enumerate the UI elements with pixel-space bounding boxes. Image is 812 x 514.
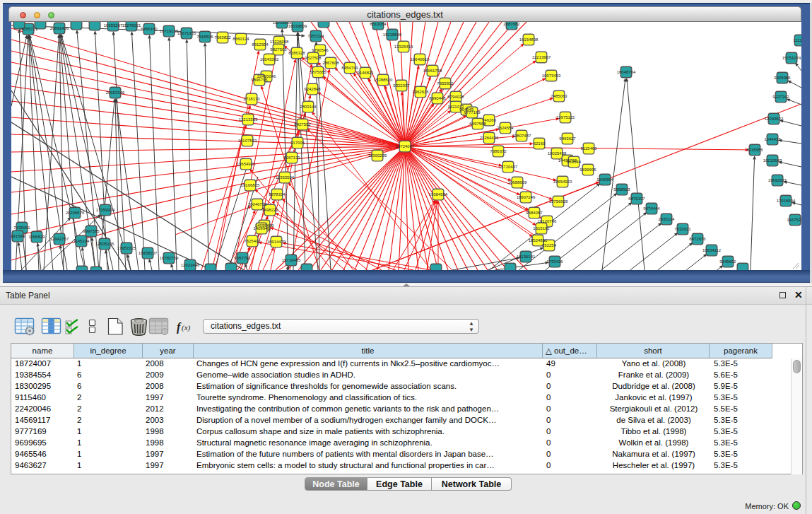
svg-text:9474444: 9474444 bbox=[643, 206, 660, 211]
svg-text:1733426: 1733426 bbox=[546, 259, 563, 264]
svg-text:2935114: 2935114 bbox=[659, 217, 676, 221]
svg-text:11353594: 11353594 bbox=[276, 175, 295, 180]
svg-text:1244413: 1244413 bbox=[764, 137, 781, 141]
svg-text:15751074: 15751074 bbox=[782, 56, 801, 60]
svg-text:917006: 917006 bbox=[290, 141, 305, 145]
svg-text:21364436: 21364436 bbox=[480, 136, 499, 140]
svg-text:10653267: 10653267 bbox=[104, 23, 123, 28]
svg-text:10688609: 10688609 bbox=[508, 180, 527, 185]
svg-text:2803144: 2803144 bbox=[300, 105, 317, 109]
svg-text:12093822: 12093822 bbox=[765, 117, 784, 121]
svg-text:18907249: 18907249 bbox=[517, 195, 536, 199]
svg-text:1156829: 1156829 bbox=[29, 235, 46, 239]
svg-text:1362615: 1362615 bbox=[412, 90, 429, 94]
svg-text:17016504: 17016504 bbox=[777, 199, 796, 203]
svg-text:9527508: 9527508 bbox=[305, 56, 322, 60]
svg-text:13325419: 13325419 bbox=[394, 45, 413, 49]
svg-text:252254: 252254 bbox=[542, 243, 557, 247]
svg-text:9329966: 9329966 bbox=[774, 76, 791, 80]
svg-text:15388520: 15388520 bbox=[374, 78, 393, 82]
svg-text:1640954: 1640954 bbox=[596, 177, 613, 182]
svg-text:20206576: 20206576 bbox=[66, 211, 85, 215]
svg-text:10958107: 10958107 bbox=[139, 251, 158, 255]
svg-text:5875685: 5875685 bbox=[310, 70, 326, 74]
svg-text:7386372: 7386372 bbox=[490, 149, 507, 153]
svg-text:2718170: 2718170 bbox=[243, 97, 260, 101]
svg-text:6794028: 6794028 bbox=[447, 95, 464, 99]
svg-text:8912954: 8912954 bbox=[252, 42, 269, 47]
svg-text:9115460: 9115460 bbox=[581, 146, 598, 151]
svg-text:17957225: 17957225 bbox=[117, 246, 136, 250]
svg-text:7625402: 7625402 bbox=[244, 239, 261, 243]
svg-text:16154808: 16154808 bbox=[519, 37, 539, 42]
svg-text:9997585: 9997585 bbox=[83, 229, 100, 233]
svg-text:6466160: 6466160 bbox=[141, 27, 158, 31]
svg-text:7357224: 7357224 bbox=[307, 34, 324, 38]
svg-text:1409949: 1409949 bbox=[253, 226, 270, 230]
svg-text:10543362: 10543362 bbox=[260, 57, 279, 62]
svg-text:12975115: 12975115 bbox=[556, 115, 575, 119]
svg-text:16671355: 16671355 bbox=[177, 31, 196, 35]
svg-text:9463627: 9463627 bbox=[559, 136, 576, 141]
svg-text:13226058: 13226058 bbox=[270, 40, 289, 44]
svg-text:9684067: 9684067 bbox=[526, 211, 543, 215]
svg-text:8454749: 8454749 bbox=[341, 66, 358, 70]
svg-text:6879197: 6879197 bbox=[628, 197, 645, 201]
svg-text:9896795: 9896795 bbox=[251, 78, 268, 82]
svg-text:12213369: 12213369 bbox=[239, 117, 258, 122]
svg-text:16914479: 16914479 bbox=[267, 240, 286, 244]
svg-text:f: f bbox=[177, 321, 182, 334]
svg-text:1167533: 1167533 bbox=[787, 218, 801, 222]
svg-text:16782759: 16782759 bbox=[160, 256, 179, 260]
svg-text:1615192: 1615192 bbox=[533, 226, 550, 230]
svg-text:19692971: 19692971 bbox=[768, 178, 787, 182]
svg-text:7435061: 7435061 bbox=[13, 226, 30, 230]
svg-text:964544: 964544 bbox=[567, 160, 582, 164]
svg-text:9827503: 9827503 bbox=[270, 47, 287, 52]
svg-text:10719155: 10719155 bbox=[160, 29, 179, 33]
svg-text:111245: 111245 bbox=[793, 38, 801, 42]
svg-text:9790546: 9790546 bbox=[312, 48, 329, 52]
svg-text:19654923: 19654923 bbox=[553, 180, 572, 184]
svg-text:16033809: 16033809 bbox=[288, 24, 307, 28]
svg-text:16136141: 16136141 bbox=[517, 255, 536, 259]
svg-text:7632621: 7632621 bbox=[674, 227, 691, 231]
svg-text:7955812: 7955812 bbox=[437, 81, 454, 86]
svg-text:3624554: 3624554 bbox=[497, 126, 514, 130]
svg-text:16640910: 16640910 bbox=[411, 57, 430, 62]
svg-text:8990448: 8990448 bbox=[429, 96, 446, 100]
svg-text:2867608: 2867608 bbox=[322, 61, 339, 65]
svg-text:19166825: 19166825 bbox=[241, 183, 260, 187]
svg-text:9699695: 9699695 bbox=[579, 168, 596, 172]
svg-text:5322037: 5322037 bbox=[393, 83, 410, 88]
svg-text:(x): (x) bbox=[182, 323, 191, 332]
svg-text:8813054: 8813054 bbox=[370, 22, 387, 26]
svg-text:8878334: 8878334 bbox=[269, 192, 286, 197]
svg-text:16107553: 16107553 bbox=[238, 139, 257, 143]
svg-text:10807487: 10807487 bbox=[512, 134, 531, 138]
svg-text:16648764: 16648764 bbox=[617, 70, 636, 74]
svg-text:17359924: 17359924 bbox=[96, 208, 115, 212]
svg-text:391593: 391593 bbox=[11, 234, 25, 238]
svg-text:12942757: 12942757 bbox=[50, 237, 69, 241]
svg-text:15720407: 15720407 bbox=[499, 165, 518, 169]
svg-text:2087682: 2087682 bbox=[503, 22, 520, 26]
svg-text:7485063: 7485063 bbox=[551, 94, 567, 98]
svg-text:9777169: 9777169 bbox=[464, 110, 481, 115]
svg-text:19756928: 19756928 bbox=[549, 199, 568, 204]
svg-text:20891406: 20891406 bbox=[50, 26, 69, 30]
svg-text:6497568: 6497568 bbox=[469, 122, 486, 126]
svg-text:9242848: 9242848 bbox=[304, 87, 321, 91]
svg-text:8215955: 8215955 bbox=[746, 148, 763, 152]
svg-text:7663822: 7663822 bbox=[214, 35, 231, 40]
svg-text:10025438: 10025438 bbox=[548, 151, 567, 156]
svg-text:8186328: 8186328 bbox=[288, 51, 305, 55]
svg-text:7515526: 7515526 bbox=[196, 35, 213, 39]
svg-text:16120746: 16120746 bbox=[538, 219, 557, 223]
svg-text:19654925: 19654925 bbox=[237, 162, 256, 166]
svg-text:14055721: 14055721 bbox=[19, 27, 38, 31]
svg-text:15276021: 15276021 bbox=[122, 23, 141, 28]
svg-text:8471676: 8471676 bbox=[689, 237, 706, 241]
svg-text:18724007: 18724007 bbox=[396, 144, 415, 148]
svg-text:12923448: 12923448 bbox=[181, 263, 200, 267]
